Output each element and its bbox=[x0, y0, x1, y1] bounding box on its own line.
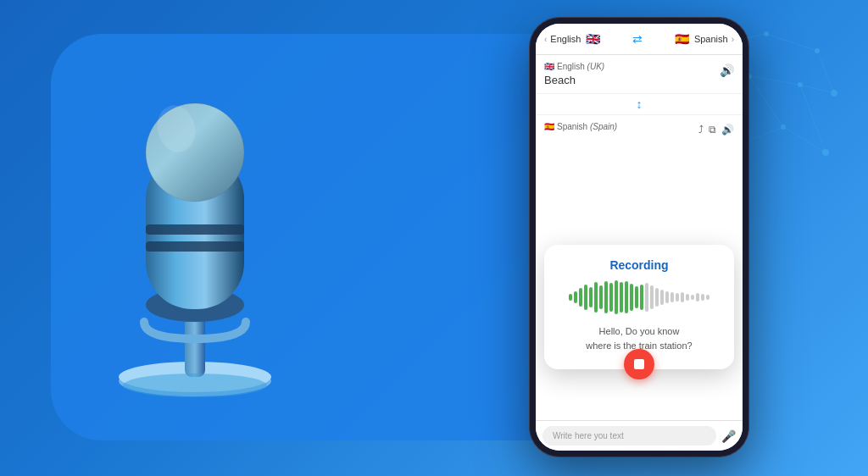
source-content: 🇬🇧 English (UK) Beach bbox=[544, 62, 720, 86]
target-speaker-icon[interactable]: 🔊 bbox=[721, 124, 734, 136]
target-section: 🇪🇸 Spanish (Spain) ⤴ ⧉ 🔊 bbox=[536, 115, 743, 142]
svg-point-32 bbox=[123, 374, 267, 397]
swap-arrow-symbol: ↕ bbox=[637, 97, 643, 111]
waveform-bar bbox=[640, 285, 643, 310]
svg-line-14 bbox=[800, 85, 834, 93]
waveform-bar bbox=[594, 282, 598, 313]
uk-flag-icon: 🇬🇧 bbox=[584, 30, 601, 47]
waveform-bar bbox=[670, 292, 674, 302]
target-lang-label: 🇪🇸 Spanish (Spain) bbox=[544, 122, 698, 131]
waveform-bar bbox=[609, 283, 613, 312]
svg-line-19 bbox=[783, 127, 826, 152]
text-input-field[interactable]: Write here you text bbox=[542, 426, 716, 446]
svg-rect-28 bbox=[146, 241, 244, 252]
waveform-bar bbox=[701, 294, 704, 301]
waveform-bar bbox=[599, 285, 603, 309]
waveform-bar bbox=[630, 284, 633, 311]
recording-title: Recording bbox=[609, 258, 668, 272]
waveform-bar bbox=[604, 281, 608, 313]
waveform-bar bbox=[660, 290, 664, 305]
uk-flag-small: 🇬🇧 bbox=[544, 62, 554, 71]
waveform-bar bbox=[676, 293, 679, 302]
waveform-bar bbox=[686, 294, 689, 301]
waveform-bar bbox=[691, 295, 694, 300]
waveform-bar bbox=[574, 291, 577, 303]
target-content: 🇪🇸 Spanish (Spain) bbox=[544, 122, 698, 131]
phone-screen: ‹ English 🇬🇧 ⇄ 🇪🇸 Spanish › 🇬🇧 bbox=[536, 24, 743, 451]
waveform-bar bbox=[645, 283, 648, 312]
source-speaker-icon[interactable]: 🔊 bbox=[720, 64, 734, 77]
microphone-decoration bbox=[51, 42, 339, 432]
spain-flag-small: 🇪🇸 bbox=[544, 122, 554, 131]
svg-line-18 bbox=[800, 85, 826, 152]
target-action-icons: ⤴ ⧉ 🔊 bbox=[698, 124, 734, 136]
svg-line-12 bbox=[766, 34, 817, 51]
waveform-bar bbox=[696, 293, 699, 302]
chevron-left-icon: ‹ bbox=[544, 35, 547, 44]
waveform-bar bbox=[681, 292, 684, 302]
spain-flag-icon: 🇪🇸 bbox=[674, 30, 691, 47]
waveform-bar bbox=[569, 294, 572, 301]
target-lang-name: Spanish (Spain) bbox=[557, 122, 617, 131]
target-language-group[interactable]: 🇪🇸 Spanish › bbox=[674, 30, 734, 47]
stop-recording-button[interactable] bbox=[624, 349, 654, 379]
waveform-bar bbox=[650, 285, 654, 309]
phone-frame: ‹ English 🇬🇧 ⇄ 🇪🇸 Spanish › 🇬🇧 bbox=[529, 17, 749, 457]
waveform-bar bbox=[635, 286, 638, 308]
waveform-bar bbox=[615, 280, 618, 314]
translation-area: 🇬🇧 English (UK) Beach 🔊 ↕ 🇪🇸 bbox=[536, 55, 743, 420]
waveform-bar bbox=[589, 287, 593, 307]
share-icon[interactable]: ⤴ bbox=[698, 124, 704, 136]
svg-line-15 bbox=[749, 76, 800, 85]
mic-input-button[interactable]: 🎤 bbox=[721, 429, 736, 443]
stop-icon bbox=[634, 359, 644, 369]
swap-languages-button[interactable]: ⇄ bbox=[632, 32, 643, 46]
source-language-group[interactable]: ‹ English 🇬🇧 bbox=[544, 30, 601, 47]
waveform-bar bbox=[655, 288, 659, 307]
source-text: Beach bbox=[544, 74, 720, 86]
phone-topbar: ‹ English 🇬🇧 ⇄ 🇪🇸 Spanish › bbox=[536, 24, 743, 55]
target-language-label: Spanish bbox=[694, 34, 728, 44]
waveform-bar bbox=[620, 282, 623, 313]
phone-device: ‹ English 🇬🇧 ⇄ 🇪🇸 Spanish › 🇬🇧 bbox=[529, 17, 749, 457]
svg-rect-27 bbox=[146, 224, 244, 235]
waveform-bar bbox=[625, 281, 628, 313]
source-lang-label: 🇬🇧 English (UK) bbox=[544, 62, 720, 71]
waveform-bar bbox=[584, 285, 587, 310]
waveform-bar bbox=[579, 288, 582, 307]
transcript-line1: Hello, Do you know bbox=[599, 326, 680, 336]
source-language-label: English bbox=[550, 34, 581, 44]
copy-icon[interactable]: ⧉ bbox=[709, 124, 716, 136]
chevron-right-icon: › bbox=[732, 35, 734, 44]
swap-arrow-icon[interactable]: ↕ bbox=[536, 94, 743, 115]
waveform-bar bbox=[706, 295, 709, 300]
svg-line-13 bbox=[817, 51, 834, 93]
waveform-visualization bbox=[569, 280, 709, 314]
waveform-bar bbox=[665, 291, 669, 303]
source-section: 🇬🇧 English (UK) Beach 🔊 bbox=[536, 55, 743, 94]
source-lang-name: English (UK) bbox=[557, 62, 604, 71]
svg-line-17 bbox=[749, 76, 783, 127]
phone-bottom-bar: Write here you text 🎤 bbox=[536, 420, 743, 451]
input-placeholder: Write here you text bbox=[553, 431, 624, 440]
